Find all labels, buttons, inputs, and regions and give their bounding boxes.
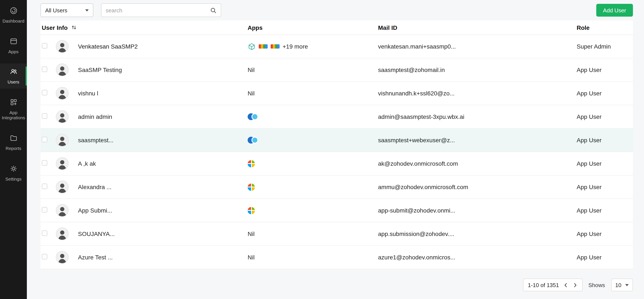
apps-cell: +19 more bbox=[248, 42, 378, 50]
next-page-button[interactable] bbox=[572, 282, 578, 288]
row-checkbox[interactable] bbox=[42, 230, 47, 236]
avatar bbox=[56, 63, 68, 76]
apps-cell bbox=[248, 160, 378, 167]
shows-label: Shows bbox=[588, 282, 605, 288]
avatar bbox=[56, 204, 68, 217]
user-filter-dropdown[interactable]: All Users bbox=[40, 3, 93, 17]
row-checkbox[interactable] bbox=[42, 113, 47, 119]
user-name: A ,k ak bbox=[78, 160, 248, 167]
chevron-left-icon bbox=[563, 282, 568, 288]
microsoft-app-icon bbox=[248, 183, 255, 191]
table-row[interactable]: App Submi... app-submit@zohodev.onmi... … bbox=[40, 199, 633, 222]
table-row[interactable]: SaaSMP Testing Nil saasmptest@zohomail.i… bbox=[40, 58, 633, 82]
avatar bbox=[56, 181, 68, 193]
dashboard-icon bbox=[9, 6, 18, 16]
user-name: SOUJANYA... bbox=[78, 230, 248, 237]
user-role: App User bbox=[577, 90, 633, 97]
sidebar-item-users[interactable]: Users bbox=[0, 63, 27, 88]
app-logo-icon bbox=[271, 44, 280, 48]
row-checkbox[interactable] bbox=[42, 207, 47, 213]
search-input[interactable] bbox=[106, 7, 207, 13]
add-user-button[interactable]: Add User bbox=[596, 4, 633, 16]
sidebar-item-dashboard[interactable]: Dashboard bbox=[0, 2, 27, 27]
mail-id: ak@zohodev.onmicrosoft.com bbox=[378, 160, 577, 167]
sidebar-item-app-integrations[interactable]: App Integrations bbox=[0, 94, 27, 124]
reports-icon bbox=[9, 134, 18, 144]
row-checkbox[interactable] bbox=[42, 66, 47, 72]
mail-id: admin@saasmptest-3xpu.wbx.ai bbox=[378, 113, 577, 120]
column-header-role: Role bbox=[577, 24, 633, 31]
user-name: admin admin bbox=[78, 113, 248, 120]
apps-cell: Nil bbox=[248, 90, 378, 97]
table-row[interactable]: saasmptest... saasmptest+webexuser@z... … bbox=[40, 129, 633, 152]
table-header-row: User Info Apps Mail ID Role bbox=[40, 20, 633, 35]
apps-cell: Nil bbox=[248, 230, 378, 237]
microsoft-app-icon bbox=[248, 160, 255, 167]
mail-id: venkatesan.mani+saasmp0... bbox=[378, 43, 577, 50]
avatar bbox=[56, 87, 68, 100]
user-role: App User bbox=[577, 160, 633, 167]
column-header-mail-id: Mail ID bbox=[378, 24, 577, 31]
table-row[interactable]: admin admin admin@saasmptest-3xpu.wbx.ai… bbox=[40, 105, 633, 129]
sidebar: Dashboard Apps Users App Integrations Re… bbox=[0, 0, 27, 299]
user-name: Alexandra ... bbox=[78, 184, 248, 190]
previous-page-button[interactable] bbox=[563, 282, 568, 288]
search-box bbox=[101, 3, 221, 17]
apps-cell bbox=[248, 183, 378, 191]
avatar bbox=[56, 228, 68, 240]
sort-icon[interactable] bbox=[71, 25, 76, 30]
user-role: App User bbox=[577, 184, 633, 190]
row-checkbox[interactable] bbox=[42, 160, 47, 166]
table-row[interactable]: Alexandra ... ammu@zohodev.onmicrosoft.c… bbox=[40, 176, 633, 199]
user-role: App User bbox=[577, 137, 633, 144]
sidebar-item-label: Settings bbox=[5, 176, 22, 181]
chevron-down-icon bbox=[85, 9, 89, 11]
pagination-bar: 1-10 of 1351 Shows 10 bbox=[40, 273, 633, 299]
apps-cell: Nil bbox=[248, 254, 378, 261]
sidebar-item-settings[interactable]: Settings bbox=[0, 160, 27, 185]
mail-id: saasmptest@zohomail.in bbox=[378, 66, 577, 73]
user-name: SaaSMP Testing bbox=[78, 66, 248, 73]
avatar bbox=[56, 157, 68, 170]
user-role: App User bbox=[577, 207, 633, 214]
pager: 1-10 of 1351 bbox=[523, 279, 582, 291]
apps-cell bbox=[248, 113, 378, 120]
search-icon bbox=[210, 7, 216, 13]
mail-id: app.submission@zohodev.... bbox=[378, 230, 577, 237]
nil-label: Nil bbox=[248, 230, 255, 237]
sidebar-item-apps[interactable]: Apps bbox=[0, 33, 27, 58]
users-table: User Info Apps Mail ID Role Venkatesan S… bbox=[40, 20, 633, 269]
microsoft-app-icon bbox=[248, 207, 255, 214]
webex-app-icon bbox=[248, 113, 258, 120]
page-size-value: 10 bbox=[615, 282, 622, 288]
table-row[interactable]: A ,k ak ak@zohodev.onmicrosoft.com App U… bbox=[40, 152, 633, 176]
row-checkbox[interactable] bbox=[42, 90, 47, 95]
user-role: App User bbox=[577, 113, 633, 120]
row-checkbox[interactable] bbox=[42, 254, 47, 259]
row-checkbox[interactable] bbox=[42, 43, 47, 48]
user-role: App User bbox=[577, 254, 633, 261]
toolbar: All Users Add User bbox=[40, 0, 633, 20]
row-checkbox[interactable] bbox=[42, 137, 47, 142]
page-size-dropdown[interactable]: 10 bbox=[611, 279, 633, 291]
more-apps-link[interactable]: +19 more bbox=[282, 43, 308, 50]
mail-id: app-submit@zohodev.onmi... bbox=[378, 207, 577, 214]
nil-label: Nil bbox=[248, 90, 255, 97]
sidebar-item-label: Apps bbox=[8, 49, 18, 54]
apps-cell: Nil bbox=[248, 66, 378, 73]
avatar bbox=[56, 110, 68, 123]
main-content: All Users Add User User Info Apps Mail I… bbox=[27, 0, 644, 299]
gear-icon bbox=[9, 164, 18, 174]
user-name: saasmptest... bbox=[78, 137, 248, 144]
sidebar-item-label: Users bbox=[8, 79, 20, 84]
table-row[interactable]: Venkatesan SaaSMP2 +19 more venkatesan.m… bbox=[40, 35, 633, 58]
row-checkbox[interactable] bbox=[42, 184, 47, 189]
user-name: App Submi... bbox=[78, 207, 248, 214]
column-header-user-info: User Info bbox=[42, 24, 68, 31]
user-name: Venkatesan SaaSMP2 bbox=[78, 43, 248, 50]
table-row[interactable]: vishnu l Nil vishnunandh.k+ssl620@zo... … bbox=[40, 82, 633, 105]
user-role: Super Admin bbox=[577, 43, 633, 50]
table-row[interactable]: SOUJANYA... Nil app.submission@zohodev..… bbox=[40, 222, 633, 246]
table-row[interactable]: Azure Test ... Nil azure1@zohodev.onmicr… bbox=[40, 246, 633, 269]
sidebar-item-reports[interactable]: Reports bbox=[0, 130, 27, 155]
